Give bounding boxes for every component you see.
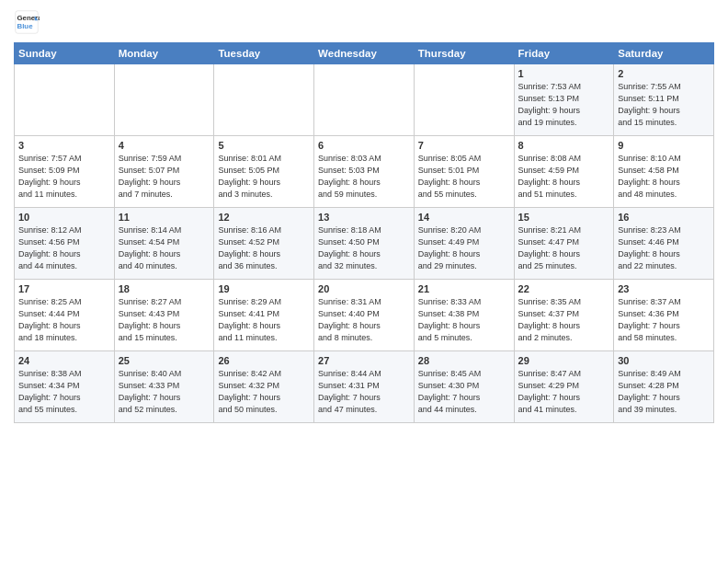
day-info: Sunrise: 8:18 AM Sunset: 4:50 PM Dayligh… bbox=[318, 224, 410, 272]
calendar-cell: 20Sunrise: 8:31 AM Sunset: 4:40 PM Dayli… bbox=[314, 280, 415, 351]
day-number: 15 bbox=[518, 212, 610, 223]
calendar-cell: 27Sunrise: 8:44 AM Sunset: 4:31 PM Dayli… bbox=[314, 351, 415, 423]
day-info: Sunrise: 8:16 AM Sunset: 4:52 PM Dayligh… bbox=[218, 224, 310, 272]
day-number: 21 bbox=[418, 283, 510, 294]
day-number: 3 bbox=[18, 140, 110, 151]
day-number: 20 bbox=[318, 283, 410, 294]
calendar-cell: 29Sunrise: 8:47 AM Sunset: 4:29 PM Dayli… bbox=[514, 351, 614, 423]
day-number: 19 bbox=[218, 283, 310, 294]
calendar-cell: 4Sunrise: 7:59 AM Sunset: 5:07 PM Daylig… bbox=[114, 136, 214, 208]
day-info: Sunrise: 8:42 AM Sunset: 4:32 PM Dayligh… bbox=[218, 368, 310, 416]
header: General Blue bbox=[14, 9, 714, 35]
day-info: Sunrise: 8:03 AM Sunset: 5:03 PM Dayligh… bbox=[318, 153, 410, 201]
day-number: 10 bbox=[18, 212, 110, 223]
day-number: 12 bbox=[218, 212, 310, 223]
weekday-header-wednesday: Wednesday bbox=[314, 43, 415, 64]
day-info: Sunrise: 8:40 AM Sunset: 4:33 PM Dayligh… bbox=[119, 368, 210, 416]
calendar-cell bbox=[15, 64, 115, 136]
calendar-cell: 7Sunrise: 8:05 AM Sunset: 5:01 PM Daylig… bbox=[414, 136, 514, 208]
calendar-cell: 19Sunrise: 8:29 AM Sunset: 4:41 PM Dayli… bbox=[214, 280, 314, 351]
calendar-cell: 17Sunrise: 8:25 AM Sunset: 4:44 PM Dayli… bbox=[15, 280, 115, 351]
day-info: Sunrise: 8:35 AM Sunset: 4:37 PM Dayligh… bbox=[518, 296, 610, 344]
calendar-cell: 6Sunrise: 8:03 AM Sunset: 5:03 PM Daylig… bbox=[314, 136, 415, 208]
day-info: Sunrise: 8:14 AM Sunset: 4:54 PM Dayligh… bbox=[119, 224, 210, 272]
day-info: Sunrise: 8:47 AM Sunset: 4:29 PM Dayligh… bbox=[518, 368, 610, 416]
day-number: 22 bbox=[518, 283, 610, 294]
svg-text:Blue: Blue bbox=[17, 22, 34, 30]
day-info: Sunrise: 8:45 AM Sunset: 4:30 PM Dayligh… bbox=[418, 368, 510, 416]
calendar-cell: 21Sunrise: 8:33 AM Sunset: 4:38 PM Dayli… bbox=[414, 280, 514, 351]
day-info: Sunrise: 8:05 AM Sunset: 5:01 PM Dayligh… bbox=[418, 153, 510, 201]
day-number: 11 bbox=[119, 212, 210, 223]
calendar-cell bbox=[414, 64, 514, 136]
day-info: Sunrise: 8:01 AM Sunset: 5:05 PM Dayligh… bbox=[218, 153, 310, 201]
calendar-cell: 22Sunrise: 8:35 AM Sunset: 4:37 PM Dayli… bbox=[514, 280, 614, 351]
weekday-header-saturday: Saturday bbox=[614, 43, 714, 64]
day-info: Sunrise: 8:23 AM Sunset: 4:46 PM Dayligh… bbox=[618, 224, 710, 272]
calendar-cell bbox=[214, 64, 314, 136]
weekday-header-friday: Friday bbox=[514, 43, 614, 64]
calendar-cell: 28Sunrise: 8:45 AM Sunset: 4:30 PM Dayli… bbox=[414, 351, 514, 423]
day-number: 26 bbox=[218, 355, 310, 366]
week-row-3: 10Sunrise: 8:12 AM Sunset: 4:56 PM Dayli… bbox=[15, 208, 714, 280]
day-info: Sunrise: 7:53 AM Sunset: 5:13 PM Dayligh… bbox=[518, 81, 610, 129]
calendar-cell: 9Sunrise: 8:10 AM Sunset: 4:58 PM Daylig… bbox=[614, 136, 714, 208]
day-info: Sunrise: 8:38 AM Sunset: 4:34 PM Dayligh… bbox=[18, 368, 110, 416]
calendar-cell: 24Sunrise: 8:38 AM Sunset: 4:34 PM Dayli… bbox=[15, 351, 115, 423]
calendar-cell: 10Sunrise: 8:12 AM Sunset: 4:56 PM Dayli… bbox=[15, 208, 115, 280]
calendar-cell: 18Sunrise: 8:27 AM Sunset: 4:43 PM Dayli… bbox=[114, 280, 214, 351]
calendar-cell: 1Sunrise: 7:53 AM Sunset: 5:13 PM Daylig… bbox=[514, 64, 614, 136]
weekday-header-row: SundayMondayTuesdayWednesdayThursdayFrid… bbox=[15, 43, 714, 64]
day-number: 1 bbox=[518, 68, 610, 79]
day-info: Sunrise: 8:44 AM Sunset: 4:31 PM Dayligh… bbox=[318, 368, 410, 416]
calendar-cell: 11Sunrise: 8:14 AM Sunset: 4:54 PM Dayli… bbox=[114, 208, 214, 280]
calendar-cell: 14Sunrise: 8:20 AM Sunset: 4:49 PM Dayli… bbox=[414, 208, 514, 280]
calendar-cell: 5Sunrise: 8:01 AM Sunset: 5:05 PM Daylig… bbox=[214, 136, 314, 208]
logo: General Blue bbox=[14, 9, 43, 35]
day-number: 13 bbox=[318, 212, 410, 223]
day-number: 4 bbox=[119, 140, 210, 151]
calendar-cell bbox=[314, 64, 415, 136]
day-info: Sunrise: 8:27 AM Sunset: 4:43 PM Dayligh… bbox=[119, 296, 210, 344]
week-row-4: 17Sunrise: 8:25 AM Sunset: 4:44 PM Dayli… bbox=[15, 280, 714, 351]
day-number: 30 bbox=[618, 355, 710, 366]
day-number: 18 bbox=[119, 283, 210, 294]
day-number: 27 bbox=[318, 355, 410, 366]
day-info: Sunrise: 8:31 AM Sunset: 4:40 PM Dayligh… bbox=[318, 296, 410, 344]
day-number: 9 bbox=[618, 140, 710, 151]
weekday-header-thursday: Thursday bbox=[414, 43, 514, 64]
calendar-cell: 25Sunrise: 8:40 AM Sunset: 4:33 PM Dayli… bbox=[114, 351, 214, 423]
calendar-cell: 26Sunrise: 8:42 AM Sunset: 4:32 PM Dayli… bbox=[214, 351, 314, 423]
logo-icon: General Blue bbox=[14, 9, 40, 35]
calendar-cell: 2Sunrise: 7:55 AM Sunset: 5:11 PM Daylig… bbox=[614, 64, 714, 136]
day-info: Sunrise: 7:59 AM Sunset: 5:07 PM Dayligh… bbox=[119, 153, 210, 201]
day-number: 17 bbox=[18, 283, 110, 294]
weekday-header-sunday: Sunday bbox=[15, 43, 115, 64]
day-info: Sunrise: 8:37 AM Sunset: 4:36 PM Dayligh… bbox=[618, 296, 710, 344]
day-number: 28 bbox=[418, 355, 510, 366]
page-container: General Blue SundayMondayTuesdayWednesda… bbox=[0, 0, 728, 432]
calendar-cell: 15Sunrise: 8:21 AM Sunset: 4:47 PM Dayli… bbox=[514, 208, 614, 280]
calendar-cell bbox=[114, 64, 214, 136]
day-number: 14 bbox=[418, 212, 510, 223]
calendar-table: SundayMondayTuesdayWednesdayThursdayFrid… bbox=[14, 42, 714, 423]
day-number: 7 bbox=[418, 140, 510, 151]
calendar-cell: 8Sunrise: 8:08 AM Sunset: 4:59 PM Daylig… bbox=[514, 136, 614, 208]
calendar-cell: 12Sunrise: 8:16 AM Sunset: 4:52 PM Dayli… bbox=[214, 208, 314, 280]
calendar-cell: 16Sunrise: 8:23 AM Sunset: 4:46 PM Dayli… bbox=[614, 208, 714, 280]
day-number: 2 bbox=[618, 68, 710, 79]
calendar-cell: 3Sunrise: 7:57 AM Sunset: 5:09 PM Daylig… bbox=[15, 136, 115, 208]
weekday-header-tuesday: Tuesday bbox=[214, 43, 314, 64]
week-row-5: 24Sunrise: 8:38 AM Sunset: 4:34 PM Dayli… bbox=[15, 351, 714, 423]
day-info: Sunrise: 8:29 AM Sunset: 4:41 PM Dayligh… bbox=[218, 296, 310, 344]
day-info: Sunrise: 8:20 AM Sunset: 4:49 PM Dayligh… bbox=[418, 224, 510, 272]
day-info: Sunrise: 8:21 AM Sunset: 4:47 PM Dayligh… bbox=[518, 224, 610, 272]
calendar-cell: 13Sunrise: 8:18 AM Sunset: 4:50 PM Dayli… bbox=[314, 208, 415, 280]
day-info: Sunrise: 8:25 AM Sunset: 4:44 PM Dayligh… bbox=[18, 296, 110, 344]
day-info: Sunrise: 7:55 AM Sunset: 5:11 PM Dayligh… bbox=[618, 81, 710, 129]
day-info: Sunrise: 8:08 AM Sunset: 4:59 PM Dayligh… bbox=[518, 153, 610, 201]
day-number: 23 bbox=[618, 283, 710, 294]
day-number: 8 bbox=[518, 140, 610, 151]
day-info: Sunrise: 8:10 AM Sunset: 4:58 PM Dayligh… bbox=[618, 153, 710, 201]
week-row-1: 1Sunrise: 7:53 AM Sunset: 5:13 PM Daylig… bbox=[15, 64, 714, 136]
